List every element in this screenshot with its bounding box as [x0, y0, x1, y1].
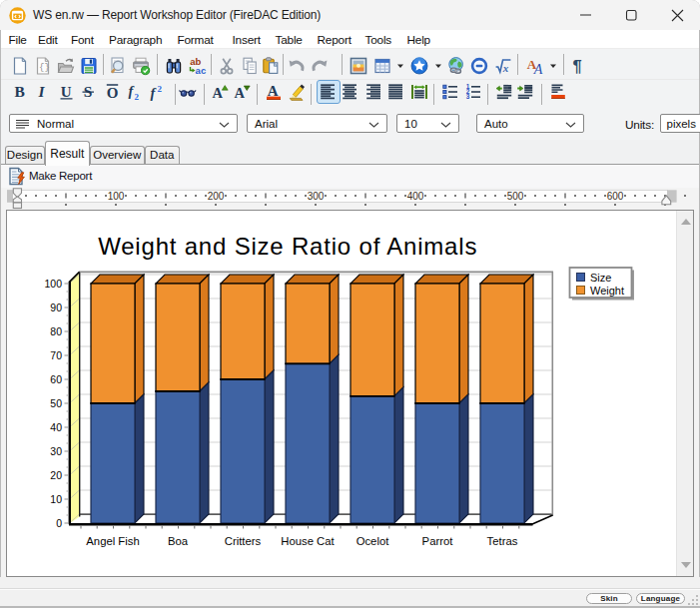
svg-text:90: 90 — [50, 302, 62, 313]
svg-text:¶: ¶ — [573, 57, 582, 75]
svg-text:Weight and Size Ratio of Anima: Weight and Size Ratio of Animals — [98, 233, 477, 260]
svg-text:80: 80 — [50, 325, 62, 337]
svg-text:2: 2 — [157, 83, 162, 93]
svg-text:O: O — [106, 85, 118, 101]
svg-text:U: U — [60, 83, 71, 99]
svg-text:100: 100 — [108, 191, 125, 202]
svg-text:A: A — [234, 84, 245, 100]
svg-text:{}: {} — [39, 62, 50, 72]
svg-text:Size: Size — [590, 272, 611, 284]
svg-text:Boa: Boa — [168, 535, 189, 547]
svg-text:Ocelot: Ocelot — [356, 535, 390, 547]
svg-text:A: A — [267, 82, 278, 98]
svg-text:House Cat: House Cat — [281, 535, 335, 547]
svg-text:600: 600 — [607, 191, 624, 202]
svg-text:2: 2 — [135, 91, 140, 101]
svg-text:Critters: Critters — [225, 535, 262, 547]
svg-text:f: f — [150, 84, 157, 100]
svg-text:60: 60 — [50, 373, 62, 385]
svg-text:S: S — [83, 83, 92, 100]
svg-text:3: 3 — [465, 93, 469, 100]
svg-text:I: I — [38, 83, 46, 100]
svg-text:30: 30 — [50, 445, 62, 457]
svg-text:20: 20 — [50, 469, 62, 481]
svg-text:A: A — [533, 61, 543, 76]
svg-text:70: 70 — [50, 349, 62, 361]
svg-text:0: 0 — [56, 517, 62, 529]
svg-text:Weight: Weight — [590, 285, 624, 297]
svg-text:Tetras: Tetras — [487, 535, 518, 547]
svg-text:300: 300 — [308, 191, 325, 202]
svg-text:200: 200 — [208, 191, 225, 202]
svg-text:ac: ac — [195, 64, 206, 75]
svg-text:B: B — [14, 83, 24, 100]
svg-text:Parrot: Parrot — [422, 535, 454, 547]
svg-text:Angel Fish: Angel Fish — [86, 535, 139, 547]
svg-text:A: A — [213, 84, 224, 100]
svg-text:400: 400 — [407, 191, 424, 202]
svg-text:10: 10 — [50, 493, 62, 505]
svg-text:x: x — [502, 62, 509, 74]
svg-text:100: 100 — [44, 278, 62, 290]
svg-text:50: 50 — [50, 397, 62, 409]
svg-text:500: 500 — [507, 191, 524, 202]
svg-text:40: 40 — [50, 421, 62, 433]
